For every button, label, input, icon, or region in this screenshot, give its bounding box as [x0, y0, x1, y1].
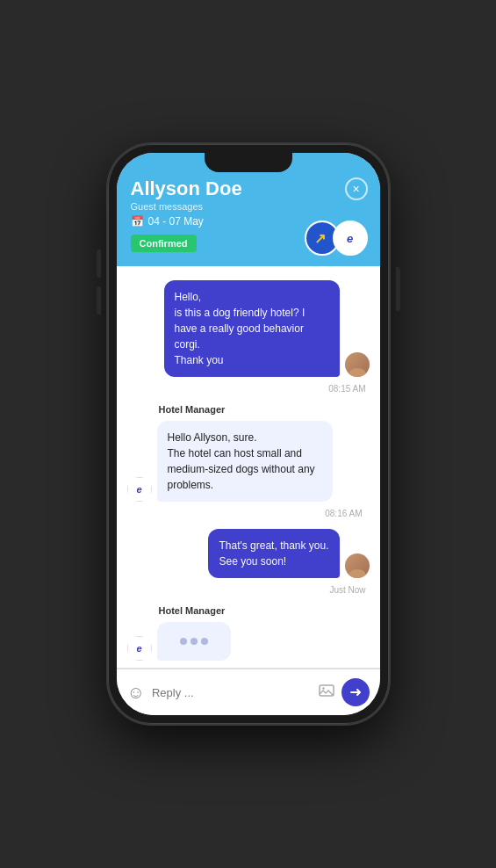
- close-button[interactable]: ×: [345, 177, 368, 200]
- hotel-avatar: e: [127, 477, 152, 502]
- typing-dot-1: [180, 638, 187, 645]
- date-range: 04 - 07 May: [148, 215, 204, 228]
- message-text: That's great, thank you.See you soon!: [219, 539, 328, 568]
- vol-down-button: [97, 286, 101, 315]
- chat-input-area: ☺: [117, 669, 380, 715]
- typing-indicator: [168, 629, 220, 654]
- emoji-button[interactable]: ☺: [127, 683, 145, 703]
- table-row: Hello,is this a dog friendly hotel? I ha…: [127, 280, 370, 377]
- arrow-logo-svg: ↗: [313, 228, 332, 248]
- avatar: e: [127, 636, 152, 661]
- image-icon: [319, 683, 334, 698]
- table-row: That's great, thank you.See you soon!: [127, 529, 370, 578]
- phone-screen: Allyson Doe Guest messages 📅 04 - 07 May…: [117, 153, 380, 715]
- status-badge: Confirmed: [131, 235, 197, 252]
- phone-frame: Allyson Doe Guest messages 📅 04 - 07 May…: [108, 144, 389, 724]
- vol-up-button: [97, 250, 101, 278]
- hotel-message-bubble: Hello Allyson, sure.The hotel can host s…: [157, 421, 333, 502]
- brand-logos: ↗ e: [305, 221, 368, 256]
- reply-input[interactable]: [152, 686, 312, 699]
- emoji-icon: ☺: [127, 683, 145, 702]
- message-timestamp: 08:16 AM: [127, 509, 370, 518]
- svg-text:↗: ↗: [314, 231, 326, 246]
- calendar-icon: 📅: [131, 215, 144, 228]
- message-timestamp: Just Now: [127, 585, 370, 595]
- guest-name: Allyson Doe: [131, 177, 366, 200]
- e-logo: e: [333, 221, 368, 256]
- close-icon: ×: [352, 182, 359, 196]
- header-subtitle: Guest messages: [131, 201, 366, 212]
- avatar: [345, 352, 370, 377]
- send-button[interactable]: [341, 678, 370, 706]
- power-button: [396, 267, 400, 311]
- typing-dot-3: [201, 638, 208, 645]
- avatar: [345, 553, 370, 578]
- message-text: Hello Allyson, sure.The hotel can host s…: [168, 431, 315, 491]
- user-message-bubble: That's great, thank you.See you soon!: [208, 529, 339, 578]
- typing-bubble: [157, 622, 231, 661]
- image-attach-button[interactable]: [319, 683, 334, 702]
- user-message-bubble: Hello,is this a dog friendly hotel? I ha…: [164, 280, 340, 377]
- message-timestamp: 08:15 AM: [127, 384, 370, 394]
- table-row: e: [127, 622, 370, 661]
- phone-notch: [205, 153, 292, 172]
- typing-dot-2: [190, 638, 198, 645]
- sender-name-label: Hotel Manager: [159, 605, 370, 616]
- table-row: e Hello Allyson, sure.The hotel can host…: [127, 421, 370, 502]
- hotel-avatar: e: [127, 636, 152, 661]
- avatar: e: [127, 477, 152, 502]
- message-text: Hello,is this a dog friendly hotel? I ha…: [175, 291, 306, 366]
- chat-body: Hello,is this a dog friendly hotel? I ha…: [117, 266, 380, 668]
- svg-point-2: [322, 687, 324, 689]
- sender-name-label: Hotel Manager: [159, 404, 370, 415]
- send-icon: [349, 685, 363, 699]
